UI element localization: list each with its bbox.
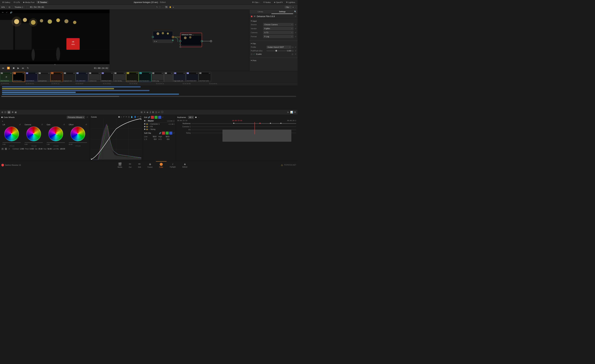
corrector-master[interactable]: ◁ Master ◁◁◁●◁◁: [144, 120, 175, 122]
key-tool[interactable]: ⚷: [149, 111, 151, 113]
kf-marker-3[interactable]: [270, 123, 271, 124]
chart-tool[interactable]: 📊: [290, 111, 293, 113]
more-options-btn[interactable]: ···: [295, 6, 296, 8]
pullpush-slider[interactable]: [266, 51, 286, 51]
input-section-header[interactable]: ▾ Input: [251, 20, 296, 22]
master-keyframe-bar[interactable]: [191, 123, 296, 124]
pullpush-reset-btn[interactable]: ↺: [295, 50, 296, 52]
table-row[interactable]: 06 V2 exposure.mov: [63, 72, 76, 82]
clip-mode-dropdown[interactable]: Clip ▾: [284, 6, 291, 9]
table-row[interactable]: 08 V2 contrast.mov: [88, 72, 101, 82]
nav-gallery[interactable]: ⊞ Gallery: [1, 1, 12, 4]
offset-brightness-slider[interactable]: [69, 142, 87, 143]
target-tool[interactable]: ◎: [7, 111, 11, 114]
pullpush-diamond[interactable]: ◇: [292, 50, 294, 52]
gain-color-wheel[interactable]: [48, 126, 63, 141]
scrubber-track[interactable]: [0, 64, 110, 65]
table-row[interactable]: 17 V1 DSCF6187.MOV: [198, 72, 211, 82]
pencil-tool[interactable]: ✏: [1, 11, 4, 14]
offset-reset-btn[interactable]: ↺: [85, 123, 87, 126]
vendor-dropdown[interactable]: Fujifilm ▾: [263, 27, 294, 30]
search-icon[interactable]: 🔍: [293, 10, 298, 14]
source-reset-btn[interactable]: ↺: [295, 24, 296, 26]
nav-timeline[interactable]: ☰ Timeline: [36, 1, 48, 4]
loop-btn[interactable]: ↻: [26, 66, 29, 70]
soft-clip-link-icon[interactable]: 🔗: [159, 132, 161, 134]
edit-reset-btn[interactable]: ↺: [162, 116, 163, 119]
curves-tool3[interactable]: ◫: [128, 116, 130, 118]
enable-reset-btn[interactable]: ↺: [295, 53, 296, 55]
profile-reset-btn[interactable]: ↺: [295, 46, 296, 48]
kf-marker-2[interactable]: [260, 123, 261, 124]
edit-blue-btn[interactable]: [158, 116, 161, 119]
edit-red-btn[interactable]: [151, 116, 154, 119]
expand-tool[interactable]: ⊳: [287, 111, 289, 113]
curves-tool1[interactable]: ✐: [123, 116, 125, 118]
sc-blue-btn[interactable]: [169, 132, 172, 134]
grade-num[interactable]: 1: [5, 148, 7, 150]
sizing-item[interactable]: 🔒 ▷ Sizing: [144, 128, 175, 130]
link-icon[interactable]: 🔗: [148, 116, 150, 119]
pullpush-diamond2[interactable]: ◇: [251, 53, 252, 55]
nav-media-pool[interactable]: ▶ Media Pool: [22, 1, 36, 4]
nav-luts[interactable]: ⊡ LUTs: [12, 1, 21, 4]
corrector-1-item[interactable]: 🔒 ▷ Corrector 1 ◁◁◁●◁: [144, 123, 175, 125]
print-section-header[interactable]: ▾ Print: [251, 59, 296, 62]
table-row[interactable]: 16 V1 DSCF6284.MOV: [186, 72, 198, 82]
gain-brightness-slider[interactable]: [47, 142, 65, 143]
nav-clips[interactable]: ⊞ Clips ▾: [251, 1, 261, 4]
curves-tool5[interactable]: 👤: [134, 116, 136, 118]
settings-tool[interactable]: ⚙: [294, 111, 296, 113]
tab-media[interactable]: 🎬 Media: [114, 161, 126, 169]
window-tool[interactable]: ▣: [14, 111, 17, 113]
profile-dropdown[interactable]: Kodak Vision3 500T ▾: [266, 46, 291, 49]
tracker-tool[interactable]: ⊞: [141, 111, 143, 113]
magic-mask-tool[interactable]: ✦: [144, 111, 146, 113]
more-options-icon[interactable]: ...: [162, 6, 164, 8]
curves-canvas[interactable]: [91, 119, 141, 160]
tab-deliver[interactable]: ▲ Deliver: [179, 161, 191, 169]
sc-red-btn[interactable]: [162, 132, 165, 134]
table-row[interactable]: 12 V2 DSCF6236.MOV: [139, 72, 151, 82]
sc-green-btn[interactable]: [166, 132, 169, 134]
table-row[interactable]: 01 V1 🎬 DSCF6229.M...: [0, 72, 13, 82]
nav-openfx[interactable]: ◈ OpenFX: [273, 1, 284, 4]
curves-tool6[interactable]: ↩: [137, 116, 139, 118]
kf-marker-1[interactable]: [233, 123, 234, 124]
kf-more-btn[interactable]: ···: [198, 116, 199, 118]
table-row[interactable]: 15 V1 logo-loader_60...: [173, 72, 186, 82]
curves-tool[interactable]: ⊡: [4, 111, 6, 113]
table-row[interactable]: 04 V2 push:pull.mov: [38, 72, 50, 82]
table-row[interactable]: 10 V2 color density...: [113, 72, 126, 82]
camera-reset-btn[interactable]: ↺: [295, 32, 296, 34]
edit-green-btn[interactable]: [155, 116, 157, 119]
tab-cut[interactable]: ✂ Cut: [126, 161, 135, 169]
gamma-reset-btn[interactable]: ↺: [41, 123, 43, 126]
table-row[interactable]: 05 V1 DSCF6366.MOV: [50, 72, 63, 82]
fullscreen-icon[interactable]: ⛶: [159, 6, 161, 8]
grade-tool[interactable]: ◷: [155, 111, 157, 113]
stop-btn[interactable]: ⏹: [12, 66, 15, 70]
skip-back-btn[interactable]: ⏮: [1, 66, 5, 70]
primaries-mode-dropdown[interactable]: Primaries Wheels ▾: [67, 116, 85, 119]
lift-brightness-slider[interactable]: [2, 142, 21, 143]
table-row[interactable]: 02 V1 DSCF6229.M...: [13, 72, 25, 82]
info-tool[interactable]: ⓘ: [161, 111, 163, 114]
refresh-icon[interactable]: ↻: [156, 6, 158, 8]
camera-dropdown[interactable]: X-T3 ▾: [263, 31, 294, 34]
a-btn[interactable]: A: [1, 148, 4, 150]
table-row[interactable]: 03 V1 DSCF6368.M...: [25, 72, 38, 82]
reset-wheels-btn[interactable]: ↺: [86, 116, 88, 119]
gamma-color-wheel[interactable]: [26, 126, 41, 141]
curves-tool4[interactable]: 💧: [131, 116, 133, 118]
resize-tool[interactable]: ⊠: [152, 111, 154, 113]
scrollbar-thumb[interactable]: [1, 96, 119, 97]
eye-icon[interactable]: 👁: [254, 15, 256, 18]
circle-control[interactable]: ●: [292, 6, 294, 8]
vendor-reset-btn[interactable]: ↺: [295, 28, 296, 29]
play-btn[interactable]: ▶: [17, 66, 20, 70]
table-row[interactable]: 11 V1 DSCF6236.MOV: [126, 72, 139, 82]
timeline-scrollbar[interactable]: [1, 96, 296, 97]
hand-tool[interactable]: ✋: [169, 6, 171, 8]
qualifier-tool[interactable]: ❋: [12, 111, 14, 113]
